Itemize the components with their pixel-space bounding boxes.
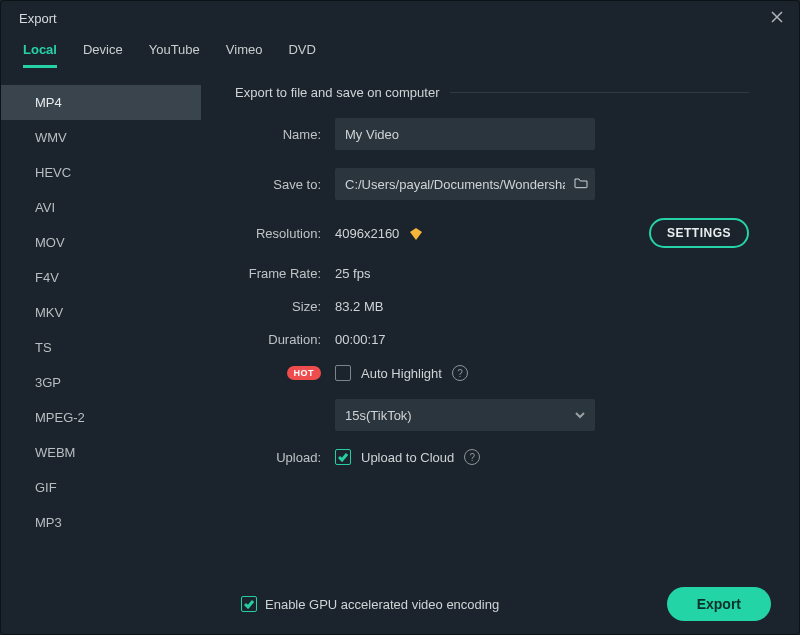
autohighlight-help-icon[interactable]: ? xyxy=(452,365,468,381)
resolution-label: Resolution: xyxy=(235,226,335,241)
gpu-checkbox[interactable] xyxy=(241,596,257,612)
saveto-path[interactable]: C:/Users/payal/Documents/Wondershare xyxy=(335,168,595,200)
format-hevc[interactable]: HEVC xyxy=(1,155,201,190)
autohighlight-checkbox[interactable] xyxy=(335,365,351,381)
format-mp4[interactable]: MP4 xyxy=(1,85,201,120)
main-area: MP4 WMV HEVC AVI MOV F4V MKV TS 3GP MPEG… xyxy=(1,75,799,574)
settings-button[interactable]: SETTINGS xyxy=(649,218,749,248)
tab-dvd[interactable]: DVD xyxy=(288,42,315,68)
tab-device[interactable]: Device xyxy=(83,42,123,68)
format-3gp[interactable]: 3GP xyxy=(1,365,201,400)
export-tabs: Local Device YouTube Vimeo DVD xyxy=(1,35,799,69)
tab-youtube[interactable]: YouTube xyxy=(149,42,200,68)
upload-cloud-label: Upload to Cloud xyxy=(361,450,454,465)
premium-icon xyxy=(409,227,423,241)
window-title: Export xyxy=(19,11,57,26)
size-label: Size: xyxy=(235,299,335,314)
format-f4v[interactable]: F4V xyxy=(1,260,201,295)
close-button[interactable] xyxy=(765,6,789,30)
highlight-select-value: 15s(TikTok) xyxy=(345,408,412,423)
framerate-label: Frame Rate: xyxy=(235,266,335,281)
name-input[interactable] xyxy=(335,118,595,150)
hot-badge: HOT xyxy=(287,366,322,380)
upload-cloud-checkbox[interactable] xyxy=(335,449,351,465)
tab-local[interactable]: Local xyxy=(23,42,57,68)
tab-vimeo[interactable]: Vimeo xyxy=(226,42,263,68)
gpu-label: Enable GPU accelerated video encoding xyxy=(265,597,499,612)
format-mpeg2[interactable]: MPEG-2 xyxy=(1,400,201,435)
format-mov[interactable]: MOV xyxy=(1,225,201,260)
format-ts[interactable]: TS xyxy=(1,330,201,365)
format-avi[interactable]: AVI xyxy=(1,190,201,225)
chevron-down-icon xyxy=(575,408,585,423)
folder-icon xyxy=(573,175,589,194)
titlebar: Export xyxy=(1,1,799,35)
content-panel: Export to file and save on computer Name… xyxy=(201,75,799,574)
duration-label: Duration: xyxy=(235,332,335,347)
section-divider xyxy=(450,92,749,93)
format-webm[interactable]: WEBM xyxy=(1,435,201,470)
highlight-duration-select[interactable]: 15s(TikTok) xyxy=(335,399,595,431)
resolution-value: 4096x2160 xyxy=(335,226,399,241)
close-icon xyxy=(771,11,783,26)
autohighlight-label: Auto Highlight xyxy=(361,366,442,381)
format-mkv[interactable]: MKV xyxy=(1,295,201,330)
section-title: Export to file and save on computer xyxy=(235,85,440,100)
bottom-bar: Enable GPU accelerated video encoding Ex… xyxy=(1,574,799,634)
saveto-value: C:/Users/payal/Documents/Wondershare xyxy=(345,177,565,192)
framerate-value: 25 fps xyxy=(335,266,370,281)
format-mp3[interactable]: MP3 xyxy=(1,505,201,540)
name-label: Name: xyxy=(235,127,335,142)
section-header: Export to file and save on computer xyxy=(235,85,749,100)
svg-marker-0 xyxy=(410,228,422,240)
export-button[interactable]: Export xyxy=(667,587,771,621)
saveto-label: Save to: xyxy=(235,177,335,192)
size-value: 83.2 MB xyxy=(335,299,383,314)
format-sidebar: MP4 WMV HEVC AVI MOV F4V MKV TS 3GP MPEG… xyxy=(1,75,201,574)
format-gif[interactable]: GIF xyxy=(1,470,201,505)
duration-value: 00:00:17 xyxy=(335,332,386,347)
upload-label: Upload: xyxy=(235,450,335,465)
upload-help-icon[interactable]: ? xyxy=(464,449,480,465)
format-wmv[interactable]: WMV xyxy=(1,120,201,155)
